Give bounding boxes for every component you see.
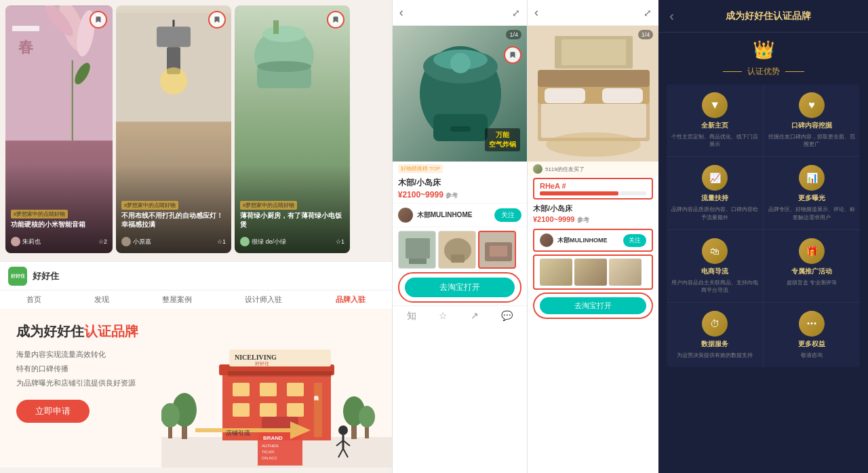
benefit3-name: 流量扶持: [701, 193, 728, 203]
benefit6-name: 专属推广活动: [791, 267, 832, 276]
product-top-bar: ‹ ⤢: [393, 0, 527, 26]
product-expand-icon[interactable]: ⤢: [512, 7, 520, 18]
panel2-follow-button[interactable]: 关注: [623, 234, 646, 247]
panel2-image: 1/4: [528, 26, 658, 162]
svg-rect-69: [490, 246, 507, 257]
shop-info-row: 木部MULINHOME 关注: [393, 203, 527, 227]
benefit6-icon: 🎁: [799, 238, 825, 264]
action-share[interactable]: ↗: [471, 310, 479, 322]
benefit-data: ⏱ 数据服务 为运营决策提供有效的数据支持: [667, 303, 763, 367]
svg-rect-15: [273, 20, 279, 34]
benefit4-name: 更多曝光: [798, 193, 825, 203]
product-page-num: 1/4: [506, 30, 521, 39]
thumb-1[interactable]: [398, 231, 436, 269]
taobao-button[interactable]: 去淘宝打开: [405, 278, 515, 297]
panel2-taobao-row: 去淘宝打开: [533, 292, 653, 319]
benefit-promotion: 🎁 专属推广活动 超级盲盒 专业测评等: [764, 230, 860, 302]
card3-bookmark[interactable]: [327, 11, 344, 29]
benefit-new-home: ▼ 全新主页 个性主页定制、商品优化、线下门店展示: [667, 84, 763, 156]
become-desc-3: 为品牌曝光和店铺引流提供良好资源: [16, 376, 376, 390]
brand-name: 好好住: [33, 270, 59, 282]
card1-user: 朱莉也: [22, 238, 41, 246]
card3-likes: ☆1: [336, 238, 344, 245]
brand-logo: 好好住: [8, 267, 27, 286]
svg-point-59: [450, 53, 471, 73]
become-brand-section: 成为好好住认证品牌 海量内容实现流量高效转化 特有的口碑传播 为品牌曝光和店铺引…: [0, 309, 392, 468]
svg-rect-74: [602, 88, 643, 103]
cert-header: ‹ 成为好好住认证品牌: [658, 0, 868, 33]
panel2-thumb1[interactable]: [540, 259, 572, 286]
nav-home[interactable]: 首页: [26, 295, 41, 305]
panel2-shop-avatar: [540, 233, 553, 247]
panel2-thumbs: [533, 254, 653, 290]
panel2-taobao-btn[interactable]: 去淘宝打开: [540, 297, 646, 314]
benefit5-name: 电商导流: [701, 267, 728, 276]
cert-back-icon[interactable]: ‹: [669, 8, 674, 24]
benefit7-icon: ⏱: [702, 311, 728, 337]
panel2-shop-name: 木部MULINHOME: [557, 236, 619, 245]
svg-rect-66: [451, 254, 465, 263]
product-name: 木部/小岛床: [398, 177, 521, 189]
product-rhea-row: RHeA #: [533, 178, 653, 200]
panel2-thumb3[interactable]: [609, 259, 642, 286]
card-2[interactable]: 为你幸福感的好物 #梦想家中的点睛好物 不用布线不用打孔的自动感应灯！幸福感拉满: [116, 5, 231, 253]
shop-avatar: [398, 208, 413, 223]
svg-rect-78: [561, 39, 626, 65]
benefit8-icon: ···: [799, 311, 825, 337]
feed-cards-row: 春 #梦想家中的点睛好物 功能硬核的小米智能音箱 朱莉也 ☆2: [0, 0, 392, 261]
product-bookmark-icon[interactable]: [504, 46, 521, 64]
action-zhihu[interactable]: 知: [407, 310, 416, 322]
panel2-user-tag: 5119的住友买了: [528, 162, 658, 176]
card2-user: 小原嘉: [133, 238, 151, 246]
svg-rect-7: [157, 26, 191, 47]
brand-nav: 好好住 好好住: [0, 261, 392, 290]
follow-button[interactable]: 关注: [494, 208, 521, 222]
thumb-3[interactable]: [478, 231, 516, 269]
crown-icon: 👑: [658, 33, 868, 63]
svg-rect-62: [406, 238, 430, 259]
nav-brand[interactable]: 品牌入驻: [336, 295, 366, 305]
become-desc-1: 海量内容实现流量高效转化: [16, 347, 376, 362]
action-comment[interactable]: 💬: [501, 310, 513, 322]
benefit3-desc: 品牌内容品质原创内容、口碑内容给予流量额外: [671, 206, 759, 221]
benefit1-icon: ▼: [702, 92, 728, 118]
apply-button[interactable]: 立即申请: [16, 400, 90, 423]
benefit8-name: 更多权益: [798, 339, 825, 349]
benefits-grid: ▼ 全新主页 个性主页定制、商品优化、线下门店展示 ♥ 口碑内容挖掘 挖掘住友口…: [667, 84, 860, 367]
benefit6-desc: 超级盲盒 专业测评等: [787, 279, 837, 286]
panel2-expand-icon[interactable]: ⤢: [644, 7, 652, 18]
nav-designer[interactable]: 设计师入驻: [245, 295, 282, 305]
nav-bar: 首页 发现 整屋案例 设计师入驻 品牌入驻: [0, 290, 392, 309]
card1-bookmark[interactable]: [90, 11, 107, 29]
shop-name: 木部MULINHOME: [417, 210, 490, 220]
svg-point-14: [257, 61, 311, 72]
card-3[interactable]: #梦想家中的点睛好物 薄荷绿小厨房，有了薄荷绿小电饭煲 很绿 de/小绿 ☆1: [235, 5, 350, 253]
card1-tag: #梦想家中的点睛好物: [11, 210, 68, 219]
card-1[interactable]: 春 #梦想家中的点睛好物 功能硬核的小米智能音箱 朱莉也 ☆2: [5, 5, 113, 253]
card2-bookmark[interactable]: [208, 11, 226, 29]
panel2-thumb2[interactable]: [574, 259, 607, 286]
card1-title: 功能硬核的小米智能音箱: [11, 220, 107, 229]
cert-title: 成为好好住认证品牌: [679, 10, 857, 22]
action-favorite[interactable]: ☆: [439, 310, 448, 322]
card3-title: 薄荷绿小厨房，有了薄荷绿小电饭煲: [240, 211, 344, 229]
svg-rect-60: [450, 126, 471, 132]
svg-rect-75: [538, 70, 650, 87]
product-back-icon[interactable]: ‹: [399, 5, 403, 20]
nav-cases[interactable]: 整屋案例: [162, 295, 192, 305]
svg-point-79: [546, 132, 641, 157]
product-thumbnails: [393, 227, 527, 272]
benefit1-desc: 个性主页定制、商品优化、线下门店展示: [671, 133, 759, 148]
panel2-page-num: 1/4: [638, 30, 654, 39]
card2-tag: #梦想家中的点睛好物: [121, 201, 178, 210]
benefit-reputation: ♥ 口碑内容挖掘 挖掘住友口碑内容，抓取更全面、范围更广: [764, 84, 860, 156]
nav-discover[interactable]: 发现: [94, 295, 109, 305]
benefit-ecommerce: 🛍 电商导流 用户内容品自主关联商品、支持向电商平台导流: [667, 230, 763, 302]
panel2-back-icon[interactable]: ‹: [534, 5, 538, 20]
thumb-2[interactable]: [438, 231, 476, 269]
product-price: ¥2100~9999 参考: [398, 190, 521, 200]
brand-cert-panel: ‹ 成为好好住认证品牌 👑 认证优势 ▼ 全新主页 个性主页定制、商品优化、线下…: [658, 0, 868, 473]
panel2-product-name: 木部/小岛床: [533, 204, 653, 214]
benefit1-name: 全新主页: [701, 121, 728, 130]
become-title: 成为好好住认证品牌: [16, 322, 376, 341]
